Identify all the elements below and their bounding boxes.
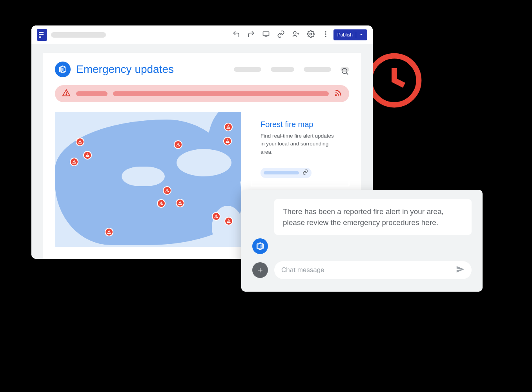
svg-point-8 bbox=[325, 33, 326, 34]
more-menu-icon[interactable] bbox=[322, 30, 330, 40]
svg-rect-1 bbox=[263, 32, 269, 36]
nav-item-ph[interactable] bbox=[234, 67, 261, 72]
map-alert-pin[interactable] bbox=[83, 151, 92, 160]
app-icon[interactable] bbox=[37, 29, 47, 41]
svg-point-26 bbox=[228, 142, 228, 142]
svg-point-22 bbox=[178, 145, 179, 146]
alert-text-ph bbox=[113, 91, 329, 96]
svg-point-36 bbox=[229, 222, 229, 222]
rss-icon[interactable] bbox=[334, 89, 342, 98]
alert-text-ph bbox=[76, 91, 107, 96]
settings-gear-icon[interactable] bbox=[307, 30, 315, 40]
svg-point-20 bbox=[74, 163, 75, 163]
svg-point-16 bbox=[80, 143, 80, 143]
bot-avatar-icon bbox=[252, 238, 268, 254]
map-alert-pin[interactable] bbox=[174, 140, 182, 149]
add-attachment-button[interactable] bbox=[252, 262, 268, 278]
publish-dropdown-icon[interactable] bbox=[359, 32, 363, 38]
svg-point-32 bbox=[180, 204, 180, 204]
svg-point-34 bbox=[216, 217, 217, 218]
chat-input-row: Chat message bbox=[252, 261, 472, 279]
info-card: Forest fire map Find real-time fire aler… bbox=[251, 112, 349, 186]
preview-icon[interactable] bbox=[262, 30, 270, 40]
svg-point-13 bbox=[66, 94, 67, 95]
map-alert-pin[interactable] bbox=[176, 199, 184, 207]
share-person-icon[interactable] bbox=[292, 30, 300, 40]
svg-point-6 bbox=[310, 33, 312, 35]
card-body: Find real-time fire alert updates in you… bbox=[261, 132, 339, 156]
undo-icon[interactable] bbox=[232, 30, 240, 40]
chat-message: There has been a reported fire alert in … bbox=[274, 199, 472, 235]
svg-point-10 bbox=[342, 69, 347, 74]
alert-banner bbox=[55, 85, 349, 102]
search-icon[interactable] bbox=[341, 67, 349, 72]
svg-point-14 bbox=[335, 95, 337, 96]
clock-decoration bbox=[365, 51, 424, 110]
publish-button[interactable]: Publish bbox=[333, 29, 367, 40]
svg-point-3 bbox=[293, 31, 296, 34]
page-header: Emergency updates bbox=[55, 62, 349, 77]
chat-card: There has been a reported fire alert in … bbox=[241, 190, 483, 292]
chat-input-placeholder: Chat message bbox=[281, 266, 324, 274]
toolbar: Publish bbox=[31, 25, 373, 44]
svg-point-30 bbox=[161, 204, 162, 205]
svg-point-38 bbox=[109, 233, 109, 233]
map-alert-pin[interactable] bbox=[105, 228, 113, 236]
send-icon[interactable] bbox=[456, 265, 465, 276]
redo-icon[interactable] bbox=[247, 30, 255, 40]
svg-point-9 bbox=[325, 36, 326, 37]
nav-item-ph[interactable] bbox=[304, 67, 331, 72]
card-title: Forest fire map bbox=[261, 120, 339, 129]
svg-point-24 bbox=[228, 128, 229, 128]
map[interactable] bbox=[55, 112, 241, 247]
site-logo-icon bbox=[55, 62, 71, 77]
map-alert-pin[interactable] bbox=[157, 199, 166, 208]
publish-label: Publish bbox=[337, 32, 353, 38]
svg-line-11 bbox=[346, 73, 348, 74]
svg-point-7 bbox=[325, 31, 326, 33]
map-alert-pin[interactable] bbox=[224, 217, 233, 225]
link-icon bbox=[302, 169, 308, 177]
map-alert-pin[interactable] bbox=[212, 212, 220, 221]
message-row: There has been a reported fire alert in … bbox=[252, 199, 472, 254]
svg-point-28 bbox=[167, 191, 168, 192]
map-alert-pin[interactable] bbox=[223, 137, 232, 145]
map-alert-pin[interactable] bbox=[163, 186, 171, 195]
nav-links bbox=[234, 67, 349, 72]
link-icon[interactable] bbox=[277, 30, 285, 40]
nav-item-ph[interactable] bbox=[271, 67, 294, 72]
map-alert-pin[interactable] bbox=[70, 158, 78, 166]
svg-point-18 bbox=[87, 156, 88, 156]
publish-divider bbox=[356, 32, 356, 38]
page-title: Emergency updates bbox=[76, 63, 174, 76]
doc-title-placeholder[interactable] bbox=[51, 32, 106, 38]
map-alert-pin[interactable] bbox=[224, 123, 233, 131]
card-link[interactable] bbox=[261, 168, 312, 178]
chat-input[interactable]: Chat message bbox=[274, 261, 472, 279]
map-alert-pin[interactable] bbox=[76, 138, 84, 146]
warning-icon bbox=[62, 89, 71, 99]
